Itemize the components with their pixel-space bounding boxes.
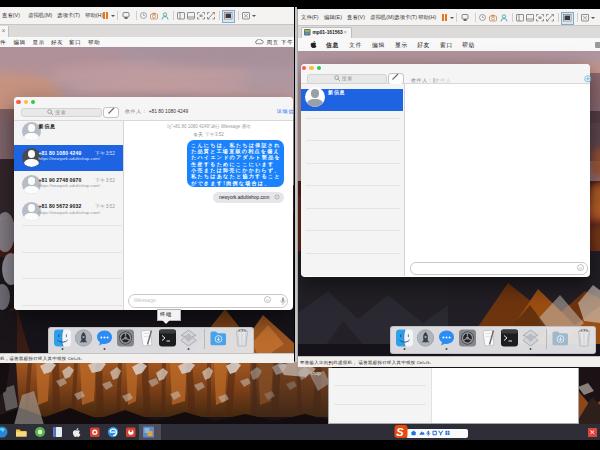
- svg-text:S: S: [396, 426, 404, 438]
